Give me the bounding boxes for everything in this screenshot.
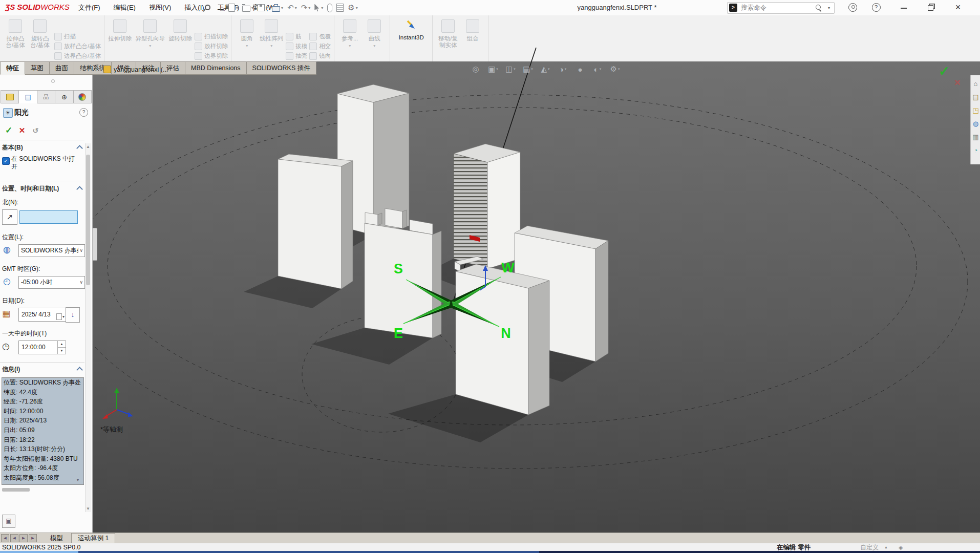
file-explorer-icon[interactable]: ◳ <box>972 104 978 117</box>
confirm-cancel-icon[interactable]: × <box>954 77 961 89</box>
menu-view[interactable]: 视图(V) <box>142 0 178 15</box>
scrollbar-thumb[interactable] <box>86 155 90 285</box>
tab-dimxpert-manager[interactable]: ⊕ <box>55 90 73 103</box>
redo-icon[interactable]: ↷▾ <box>299 0 313 15</box>
jump-end-button[interactable]: ▶ <box>29 534 37 542</box>
dropdown-caret-icon[interactable]: ▾ <box>618 67 620 71</box>
print-icon[interactable]: ▾ <box>270 0 285 15</box>
home-icon[interactable]: ⌂ <box>218 0 226 15</box>
apply-date-button[interactable]: ↓ <box>66 307 80 323</box>
date-field[interactable]: 2025/ 4/13 ▾ <box>18 308 66 322</box>
dropdown-caret-icon[interactable]: ▾ <box>281 6 283 10</box>
dropdown-caret-icon[interactable]: ▾ <box>266 6 268 10</box>
study-tab-运动算例 1[interactable]: 运动算例 1 <box>71 533 115 543</box>
tab-曲面[interactable]: 曲面 <box>50 61 74 75</box>
custom-properties-icon[interactable]: ▦ <box>972 131 978 144</box>
jump-start-button[interactable]: ◀ <box>1 534 9 542</box>
command-search[interactable]: > 搜索命令 ▾ <box>727 2 835 14</box>
options-list-icon[interactable] <box>334 0 346 15</box>
pin-menu-icon[interactable] <box>202 4 209 11</box>
view-settings-icon[interactable]: ⚙▾ <box>606 65 624 74</box>
date-picker-icon[interactable]: ▾ <box>56 310 65 323</box>
search-caret-icon[interactable]: ▾ <box>828 3 830 13</box>
tab-feature-manager[interactable] <box>1 90 19 103</box>
task-home-icon[interactable]: ⌂ <box>974 77 978 91</box>
scroll-up-icon[interactable]: ▲ <box>86 144 90 149</box>
step-forward-button[interactable]: ▶ <box>19 534 28 542</box>
tab-property-manager[interactable]: ▤ <box>19 90 37 103</box>
scroll-down-icon[interactable]: ▼ <box>76 478 80 482</box>
dropdown-caret-icon[interactable]: ▾ <box>373 44 375 48</box>
tab-display-manager[interactable] <box>74 90 92 103</box>
section-view-icon[interactable]: ◫▾ <box>502 65 519 74</box>
hide-show-icon[interactable]: ◑▾ <box>554 65 571 74</box>
panel-help-icon[interactable]: ? <box>79 108 88 117</box>
select-icon[interactable]: ▾ <box>312 0 325 15</box>
menu-file[interactable]: 文件(F) <box>72 0 107 15</box>
save-icon[interactable]: ▾ <box>255 0 270 15</box>
dropdown-caret-icon[interactable]: ▾ <box>349 44 351 48</box>
dropdown-caret-icon[interactable]: ▾ <box>270 44 272 48</box>
cancel-button[interactable]: ✕ <box>16 125 28 136</box>
north-input[interactable] <box>19 210 78 224</box>
dropdown-caret-icon[interactable]: ▾ <box>149 44 151 48</box>
tab-草图[interactable]: 草图 <box>25 61 50 75</box>
tab-特征[interactable]: 特征 <box>0 61 25 75</box>
collapse-chevron-icon[interactable] <box>76 145 83 152</box>
open-icon[interactable]: ▾ <box>240 0 255 15</box>
time-spinner[interactable]: ▲▼ <box>57 341 66 354</box>
zoom-area-icon[interactable]: ▣▾ <box>484 65 502 74</box>
scroll-down-icon[interactable]: ▼ <box>86 506 90 511</box>
section-info[interactable]: 信息(I) <box>2 365 20 374</box>
north-direction-button[interactable]: ↗ <box>2 209 17 225</box>
tab-MBD Dimensions[interactable]: MBD Dimensions <box>185 61 247 75</box>
section-location[interactable]: 位置、时间和日期(L) <box>2 184 59 193</box>
step-back-button[interactable]: ◀ <box>10 534 18 542</box>
touch-mode-icon[interactable] <box>325 0 334 15</box>
dropdown-caret-icon[interactable]: ▾ <box>600 67 602 71</box>
search-icon[interactable] <box>816 5 821 10</box>
display-style-icon[interactable]: ◭▾ <box>537 65 554 74</box>
dropdown-caret-icon[interactable]: ▾ <box>496 67 498 71</box>
zoom-fit-icon[interactable]: ◎ <box>467 65 484 74</box>
dropdown-caret-icon[interactable]: ▾ <box>514 67 516 71</box>
pane-display-icon[interactable]: ▣ <box>2 515 15 528</box>
apply-scene-icon[interactable]: ◐▾ <box>589 65 606 74</box>
dropdown-caret-icon[interactable]: ▾ <box>356 6 358 10</box>
account-icon[interactable] <box>844 0 861 15</box>
customize-label[interactable]: 自定义 <box>860 543 879 551</box>
viewport-canvas[interactable]: S W E N *等轴测 <box>92 61 980 533</box>
help-icon[interactable]: ? <box>867 0 885 15</box>
design-library-icon[interactable]: ▤ <box>972 91 978 104</box>
feature-tree-root[interactable]: yangguangfenxi (... <box>103 66 168 73</box>
location-select[interactable]: SOLIDWORKS 办事处∨ <box>18 244 85 257</box>
panel-grip-icon[interactable] <box>51 79 55 83</box>
scroll-up-icon[interactable]: ▲ <box>76 378 80 383</box>
tab-configuration-manager[interactable]: 品 <box>37 90 55 103</box>
collapse-chevron-icon[interactable] <box>76 367 83 373</box>
appearances-icon[interactable]: ◍ <box>973 117 978 131</box>
instant3d-button[interactable]: Instant3D <box>393 15 429 61</box>
forum-icon[interactable]: ◔ <box>974 144 978 157</box>
dropdown-caret-icon[interactable]: ▾ <box>531 67 533 71</box>
view-orientation-icon[interactable]: ▤▾ <box>519 65 537 74</box>
section-basic[interactable]: 基本(B) <box>2 143 23 152</box>
dropdown-caret-icon[interactable]: ▾ <box>321 6 323 10</box>
edit-appearance-icon[interactable]: ● <box>571 65 589 74</box>
study-tab-模型[interactable]: 模型 <box>44 534 69 543</box>
confirm-ok-icon[interactable]: ✓ <box>939 63 950 79</box>
undo-button[interactable]: ↺ <box>30 125 41 136</box>
close-button[interactable]: × <box>949 0 967 15</box>
ok-button[interactable]: ✓ <box>3 125 14 136</box>
customize-caret-icon[interactable]: ▲ <box>884 543 888 551</box>
minimize-button[interactable] <box>895 0 912 15</box>
dropdown-caret-icon[interactable]: ▾ <box>236 6 238 10</box>
dropdown-caret-icon[interactable]: ▾ <box>548 67 550 71</box>
tab-SOLIDWORKS 插件[interactable]: SOLIDWORKS 插件 <box>247 61 316 75</box>
open-in-solidworks-checkbox[interactable]: ✓ <box>2 157 10 165</box>
time-field[interactable]: 12:00:00 ▲▼ <box>18 341 66 354</box>
settings-gear-icon[interactable]: ⚙▾ <box>346 0 359 15</box>
undo-icon[interactable]: ↶▾ <box>285 0 299 15</box>
panel-scrollbar[interactable]: ▲ ▼ <box>85 143 91 512</box>
restore-button[interactable] <box>922 0 939 15</box>
